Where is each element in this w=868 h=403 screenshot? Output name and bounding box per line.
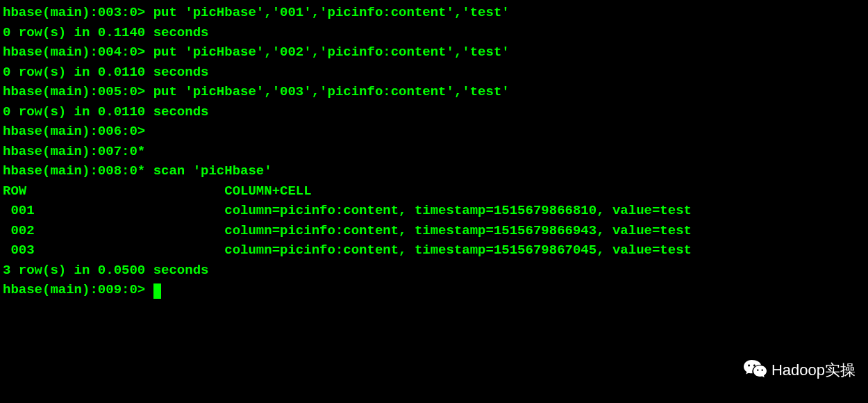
terminal-line: 001 column=picinfo:content, timestamp=15…: [3, 201, 868, 221]
terminal-line: hbase(main):005:0> put 'picHbase','003',…: [3, 82, 868, 102]
terminal-line: hbase(main):007:0*: [3, 142, 868, 162]
terminal-line: ROW COLUMN+CELL: [3, 181, 868, 202]
terminal-line: hbase(main):004:0> put 'picHbase','002',…: [3, 42, 868, 63]
watermark-text: Hadoop实操: [771, 359, 856, 381]
wechat-icon: [742, 357, 767, 382]
terminal-line: 0 row(s) in 0.1140 seconds: [3, 23, 868, 43]
terminal-line: hbase(main):006:0>: [3, 122, 868, 142]
terminal-line: 003 column=picinfo:content, timestamp=15…: [3, 240, 868, 261]
terminal-cursor: [153, 283, 161, 299]
terminal-line: 0 row(s) in 0.0110 seconds: [3, 102, 868, 122]
terminal-output[interactable]: hbase(main):003:0> put 'picHbase','001',…: [3, 3, 868, 300]
terminal-line: 002 column=picinfo:content, timestamp=15…: [3, 221, 868, 241]
terminal-line: hbase(main):003:0> put 'picHbase','001',…: [3, 3, 868, 23]
watermark: Hadoop实操: [742, 357, 856, 382]
terminal-line: 3 row(s) in 0.0500 seconds: [3, 261, 868, 281]
terminal-line: 0 row(s) in 0.0110 seconds: [3, 63, 868, 83]
terminal-line: hbase(main):008:0* scan 'picHbase': [3, 161, 868, 181]
terminal-prompt-line: hbase(main):009:0>: [3, 280, 868, 300]
terminal-prompt: hbase(main):009:0>: [3, 282, 153, 297]
